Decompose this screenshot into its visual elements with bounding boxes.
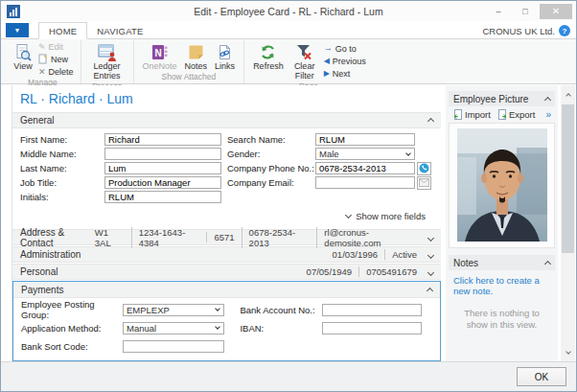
edit-button[interactable]: ✎ Edit: [38, 41, 74, 53]
employee-card-window: Edit - Employee Card - RL - Richard - Lu…: [0, 0, 577, 392]
scrollbar-thumb[interactable]: [562, 104, 574, 253]
notes-empty-message: There is nothing to show in this view.: [449, 298, 555, 341]
make-call-button[interactable]: [417, 162, 431, 175]
new-button[interactable]: New: [38, 54, 74, 65]
help-icon[interactable]: ?: [559, 25, 570, 36]
show-more-fields-link[interactable]: Show more fields: [20, 205, 437, 225]
create-note-link[interactable]: Click here to create a new note.: [449, 270, 555, 298]
sticky-note-icon: [188, 42, 204, 62]
links-chain-icon: [217, 42, 233, 62]
next-button[interactable]: ▶ Next: [324, 68, 366, 80]
next-arrow-icon: ▶: [324, 70, 330, 78]
ribbon-group-show-attached: N OneNote Notes Links Show Atta: [133, 40, 244, 83]
gender-combo[interactable]: Male: [315, 148, 415, 160]
goto-arrow-icon: →: [324, 44, 333, 53]
address-summary: W1 3AL1234-1643-438465710678-2534-2013rl…: [95, 227, 417, 248]
collapse-chevron-icon: [544, 260, 551, 266]
ribbon-group-process: Ledger Entries Process: [81, 40, 133, 83]
first-name-field[interactable]: [104, 133, 221, 146]
view-button[interactable]: View: [10, 41, 36, 78]
payments-section: Payments Employee Posting Group:EMPLEXP …: [12, 281, 441, 361]
onenote-icon: N: [151, 42, 168, 62]
links-button[interactable]: Links: [211, 41, 239, 72]
ribbon: View ✎ Edit New ✕ Delete: [1, 39, 576, 84]
ribbon-group-manage: View ✎ Edit New ✕ Delete: [5, 40, 81, 83]
section-header-general[interactable]: General: [12, 112, 441, 128]
footer-bar: OK: [1, 361, 576, 391]
bank-sort-code-field[interactable]: [123, 340, 224, 353]
middle-name-field[interactable]: [104, 148, 221, 160]
bank-account-no-field[interactable]: [322, 304, 422, 316]
company-email-field[interactable]: [315, 176, 415, 189]
employee-picture-header[interactable]: Employee Picture: [449, 91, 555, 106]
company-phone-field[interactable]: [315, 162, 415, 174]
application-method-combo[interactable]: Manual: [123, 322, 224, 334]
email-icon: [419, 178, 429, 187]
factbox-pane: Employee Picture Import Export »: [446, 85, 558, 361]
section-header-payments[interactable]: Payments: [13, 282, 440, 298]
new-document-icon: [38, 54, 48, 66]
notes-header[interactable]: Notes: [449, 255, 555, 270]
expand-chevron-icon: [427, 269, 434, 276]
company-name: CRONUS UK Ltd.: [483, 26, 556, 36]
chevron-down-icon: [345, 212, 352, 219]
refresh-icon: [259, 42, 277, 62]
maximize-button[interactable]: □: [513, 4, 538, 19]
initials-field[interactable]: [104, 191, 221, 203]
ribbon-group-page: Refresh Clear Filter → Go to ◀ Previou: [243, 40, 373, 83]
delete-x-icon: ✕: [38, 67, 46, 77]
view-icon: [13, 42, 33, 62]
section-header-administration[interactable]: Administration 01/03/1996Active: [12, 246, 441, 263]
expand-chevron-icon: [427, 252, 434, 259]
minimize-button[interactable]: –: [486, 4, 511, 19]
job-title-field[interactable]: [104, 176, 221, 189]
phone-icon: [419, 163, 429, 173]
export-picture-button[interactable]: Export: [497, 109, 535, 120]
iban-field[interactable]: [322, 322, 422, 334]
employee-photo: [457, 128, 547, 242]
collapse-chevron-icon: [427, 287, 433, 293]
group-label-show-attached: Show Attached: [139, 72, 240, 83]
combo-dropdown-icon: [405, 150, 411, 156]
scroll-down-button[interactable]: [561, 345, 575, 359]
combo-dropdown-icon: [215, 324, 220, 330]
personal-summary: 07/05/19490705491679: [307, 266, 417, 277]
factbox-more-actions-icon[interactable]: »: [545, 110, 551, 120]
expand-chevron-icon: [427, 235, 434, 242]
notes-button[interactable]: Notes: [181, 41, 212, 72]
import-picture-button[interactable]: Import: [453, 109, 491, 120]
combo-dropdown-icon: [215, 306, 220, 311]
app-menu-button[interactable]: ▼: [6, 23, 29, 37]
svg-text:N: N: [154, 48, 161, 58]
employee-posting-group-combo[interactable]: EMPLEXP: [123, 304, 224, 316]
collapse-chevron-icon: [427, 118, 434, 125]
ledger-entries-button[interactable]: Ledger Entries: [86, 41, 128, 81]
scroll-up-button[interactable]: [561, 87, 575, 102]
section-header-personal[interactable]: Personal 07/05/19490705491679: [12, 264, 441, 280]
tab-home[interactable]: HOME: [38, 22, 87, 39]
ribbon-tabstrip: ▼ HOME NAVIGATE CRONUS UK Ltd. ?: [1, 21, 576, 39]
page-title: RL · Richard · Lum: [20, 91, 441, 106]
last-name-field[interactable]: [104, 162, 221, 174]
clear-filter-button[interactable]: Clear Filter: [288, 41, 322, 81]
ok-button[interactable]: OK: [517, 367, 566, 386]
previous-button[interactable]: ◀ Previous: [324, 56, 366, 67]
refresh-button[interactable]: Refresh: [249, 41, 288, 81]
titlebar: Edit - Employee Card - RL - Richard - Lu…: [1, 1, 576, 21]
import-icon: [453, 109, 463, 120]
notes-factbox: Notes Click here to create a new note. T…: [449, 255, 555, 341]
goto-button[interactable]: → Go to: [324, 43, 366, 55]
tab-navigate[interactable]: NAVIGATE: [87, 23, 152, 38]
vertical-scrollbar[interactable]: [561, 85, 575, 361]
employee-card: RL · Richard · Lum General First Name: M…: [12, 85, 441, 361]
close-button[interactable]: ✕: [540, 4, 572, 19]
export-icon: [497, 109, 507, 120]
onenote-button[interactable]: N OneNote: [139, 41, 181, 72]
send-email-button[interactable]: [417, 176, 431, 190]
search-name-field[interactable]: [315, 133, 415, 146]
delete-button[interactable]: ✕ Delete: [38, 66, 74, 78]
nav-app-icon: [7, 5, 20, 18]
ledger-entries-icon: [97, 42, 118, 62]
section-header-address-contact[interactable]: Address & Contact W1 3AL1234-1643-438465…: [12, 229, 441, 245]
collapse-chevron-icon: [544, 96, 551, 103]
